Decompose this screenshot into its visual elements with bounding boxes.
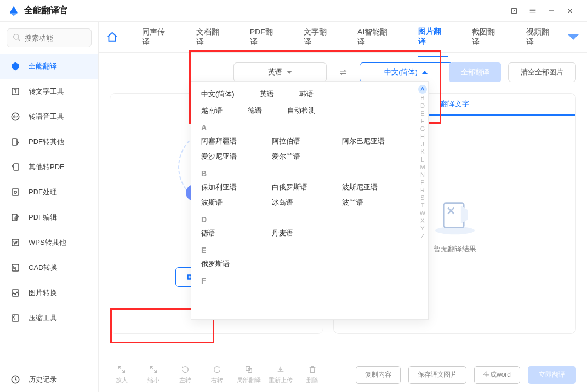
empty-result-icon xyxy=(430,196,480,234)
rotate-left-button[interactable]: 左转 xyxy=(173,365,197,384)
sidebar-item-pdf-edit[interactable]: PDF编辑 xyxy=(0,205,98,230)
tab-image[interactable]: 图片翻译 xyxy=(418,17,448,57)
source-language-select[interactable]: 英语 xyxy=(233,62,327,82)
lang-option[interactable]: 白俄罗斯语 xyxy=(272,182,337,192)
lang-section-letter: D xyxy=(201,215,407,224)
translate-now-button[interactable]: 立即翻译 xyxy=(528,366,576,384)
sidebar-item-label: PDF编辑 xyxy=(29,212,57,222)
az-letter[interactable]: G xyxy=(420,125,425,132)
chevron-down-icon xyxy=(287,71,292,74)
tab-simultaneous[interactable]: 同声传译 xyxy=(142,18,172,57)
az-letter[interactable]: S xyxy=(420,194,424,201)
tab-pdf[interactable]: PDF翻译 xyxy=(250,18,280,57)
tabs-overflow-icon[interactable] xyxy=(568,33,579,41)
az-letter[interactable]: E xyxy=(420,110,424,117)
lang-quick-item[interactable]: 英语 xyxy=(260,89,274,99)
save-translation-image-button[interactable]: 保存译文图片 xyxy=(408,366,466,384)
az-letter[interactable]: R xyxy=(420,187,425,193)
lang-option[interactable]: 阿拉伯语 xyxy=(272,136,337,146)
lang-quick-item[interactable]: 德语 xyxy=(248,106,262,116)
app-logo-icon xyxy=(8,5,20,17)
cad-icon xyxy=(10,262,21,273)
sidebar-item-image-convert[interactable]: 图片转换 xyxy=(0,280,98,305)
lang-quick-item[interactable]: 韩语 xyxy=(299,89,314,99)
az-letter[interactable]: A xyxy=(418,85,427,94)
content-area: 英语 中文(简体) 全部翻译 清空全部图片 xyxy=(99,53,587,392)
lang-option[interactable]: 阿尔巴尼亚语 xyxy=(342,136,407,146)
generate-word-button[interactable]: 生成word xyxy=(474,366,520,384)
target-language-select[interactable]: 中文(简体) xyxy=(360,62,453,82)
az-letter[interactable]: X xyxy=(420,217,424,224)
alphabet-index: A B D E F G H J K L M N P R S T W xyxy=(417,82,428,319)
sidebar-item-pdf-to[interactable]: PDF转其他 xyxy=(0,129,98,154)
tab-screenshot[interactable]: 截图翻译 xyxy=(472,18,501,57)
lang-quick-item[interactable]: 自动检测 xyxy=(287,106,316,116)
region-translate-button[interactable]: 局部翻译 xyxy=(237,365,261,384)
svg-rect-12 xyxy=(12,315,19,321)
lang-option[interactable]: 冰岛语 xyxy=(272,198,337,207)
swap-languages-button[interactable] xyxy=(333,62,353,82)
pdf-import-icon xyxy=(10,162,21,172)
lang-option[interactable]: 俄罗斯语 xyxy=(201,259,266,269)
tab-document[interactable]: 文档翻译 xyxy=(196,18,226,57)
lang-option[interactable]: 波斯语 xyxy=(201,198,266,207)
sidebar-item-cad[interactable]: CAD转换 xyxy=(0,255,98,280)
lang-quick-item[interactable]: 越南语 xyxy=(201,106,223,116)
lang-section-letter: E xyxy=(201,246,407,255)
lang-option[interactable]: 爱沙尼亚语 xyxy=(201,152,266,162)
popout-window-button[interactable] xyxy=(505,2,523,20)
zoom-out-button[interactable]: 缩小 xyxy=(141,365,166,384)
tabs-bar: 同声传译 文档翻译 PDF翻译 文字翻译 AI智能翻译 图片翻译 截图翻译 视频… xyxy=(99,22,587,53)
az-letter[interactable]: B xyxy=(420,95,424,101)
az-letter[interactable]: T xyxy=(421,202,425,209)
reupload-button[interactable]: 重新上传 xyxy=(269,365,293,384)
lang-option[interactable]: 波兰语 xyxy=(342,198,407,207)
sidebar-item-wps-to[interactable]: WPS转其他 xyxy=(0,230,98,255)
svg-rect-4 xyxy=(12,139,17,145)
sidebar-item-to-pdf[interactable]: 其他转PDF xyxy=(0,154,98,180)
copy-content-button[interactable]: 复制内容 xyxy=(356,366,401,384)
tab-video[interactable]: 视频翻译 xyxy=(526,18,556,57)
sidebar-item-history[interactable]: 历史记录 xyxy=(0,367,98,392)
sidebar-item-compress[interactable]: 压缩工具 xyxy=(0,305,98,331)
translate-all-button[interactable]: 全部翻译 xyxy=(449,62,501,82)
az-letter[interactable]: H xyxy=(420,133,425,140)
az-letter[interactable]: N xyxy=(420,171,425,178)
az-letter[interactable]: J xyxy=(421,141,424,147)
delete-button[interactable]: 删除 xyxy=(300,365,324,384)
svg-point-7 xyxy=(14,191,17,194)
az-letter[interactable]: Z xyxy=(421,233,425,239)
zoom-in-button[interactable]: 放大 xyxy=(110,365,134,384)
lang-option[interactable]: 丹麦语 xyxy=(272,228,337,238)
clear-all-button[interactable]: 清空全部图片 xyxy=(508,62,576,82)
wps-icon xyxy=(10,237,21,248)
az-letter[interactable]: W xyxy=(420,210,425,216)
sidebar-item-to-text[interactable]: 转文字工具 xyxy=(0,79,98,104)
sidebar-item-label: 全能翻译 xyxy=(29,61,57,71)
az-letter[interactable]: Y xyxy=(420,225,424,232)
sidebar-item-to-audio[interactable]: 转语音工具 xyxy=(0,104,98,129)
az-letter[interactable]: M xyxy=(420,164,425,170)
close-button[interactable] xyxy=(561,2,579,20)
tab-text[interactable]: 文字翻译 xyxy=(304,18,333,57)
az-letter[interactable]: F xyxy=(421,118,425,124)
az-letter[interactable]: K xyxy=(420,148,424,155)
lang-option[interactable]: 德语 xyxy=(201,228,266,238)
compress-icon xyxy=(10,313,21,324)
tab-ai[interactable]: AI智能翻译 xyxy=(357,18,394,57)
sidebar-item-all-translate[interactable]: 全能翻译 xyxy=(0,54,98,79)
az-letter[interactable]: P xyxy=(420,179,424,186)
lang-option[interactable]: 爱尔兰语 xyxy=(272,152,337,162)
home-icon[interactable] xyxy=(106,31,118,43)
sidebar-item-pdf-process[interactable]: PDF处理 xyxy=(0,180,98,205)
az-letter[interactable]: L xyxy=(421,156,424,163)
lang-quick-item[interactable]: 中文(简体) xyxy=(201,89,235,99)
target-language-label: 中文(简体) xyxy=(384,67,418,77)
az-letter[interactable]: D xyxy=(420,102,425,109)
rotate-right-button[interactable]: 右转 xyxy=(205,365,229,384)
lang-option[interactable]: 保加利亚语 xyxy=(201,182,266,192)
svg-rect-8 xyxy=(12,214,17,221)
lang-option[interactable]: 阿塞拜疆语 xyxy=(201,136,266,146)
sidebar-item-label: PDF处理 xyxy=(29,187,57,197)
lang-option[interactable]: 波斯尼亚语 xyxy=(342,182,407,192)
